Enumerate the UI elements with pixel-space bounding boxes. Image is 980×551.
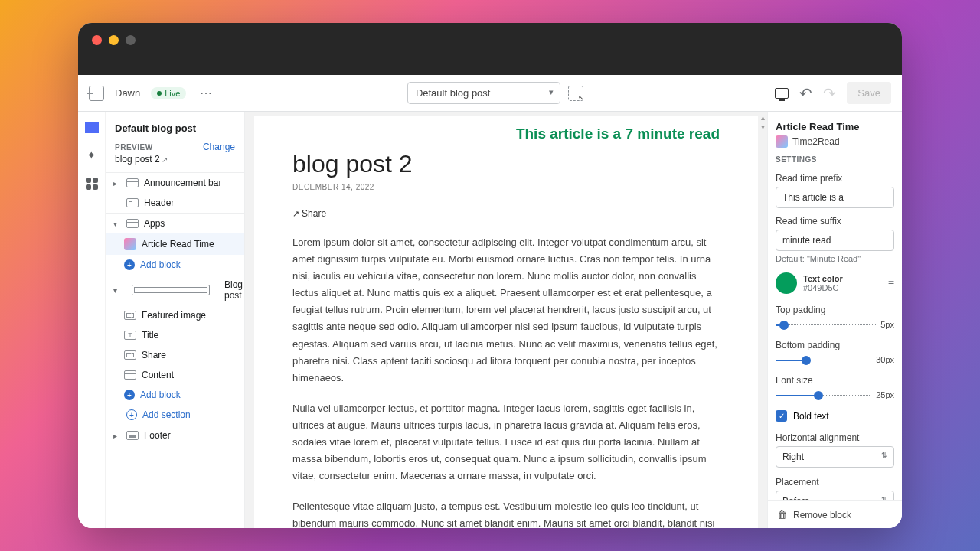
maximize-window-icon[interactable] [126,35,136,45]
read-time-display: This article is a 7 minute read [292,126,720,142]
add-block-blogpost[interactable]: +Add block [106,385,244,405]
app-badge-icon [124,238,136,250]
editor: Dawn Live ⋯ Default blog post ↶ ↷ Save ✦… [78,75,902,528]
block-featured-image[interactable]: Featured image [106,305,244,325]
section-announcement-bar[interactable]: Announcement bar [106,173,244,193]
slider-value: 30px [876,355,894,364]
add-block-label: Add block [140,390,181,400]
inspector-icon[interactable] [568,86,583,101]
slider-value: 25px [876,390,894,399]
font-size-slider[interactable]: 25px [776,389,894,401]
canvas: This article is a 7 minute read blog pos… [245,112,767,528]
block-article-read-time[interactable]: Article Read Time [106,233,244,255]
template-select[interactable]: Default blog post [407,82,560,104]
prefix-input[interactable] [776,187,894,208]
section-blog-post[interactable]: Blog post [106,275,244,305]
select-value: Right [782,452,804,462]
block-label: Featured image [142,310,206,321]
font-size-label: Font size [776,375,894,386]
suffix-label: Read time suffix [776,216,894,227]
checkbox-checked-icon: ✓ [776,410,787,422]
section-apps[interactable]: Apps [106,214,244,233]
panel-title: Default blog post [106,112,244,142]
preview-label: PREVIEW [115,143,153,152]
prefix-label: Read time prefix [776,173,894,184]
block-label: Article Read Time [142,239,214,249]
add-block-label: Add block [140,259,181,270]
section-label: Blog post [224,279,243,301]
section-label: Header [144,197,174,208]
settings-title: Article Read Time [776,121,894,132]
block-share[interactable]: Share [106,345,244,365]
section-footer[interactable]: Footer [106,425,244,445]
redo-icon: ↷ [823,84,836,103]
section-label: Announcement bar [144,178,221,188]
placement-label: Placement [776,477,894,487]
block-title[interactable]: Title [106,325,244,345]
color-scheme-icon[interactable]: ≡ [888,277,894,289]
top-padding-slider[interactable]: 5px [776,318,894,331]
main: ✦ Default blog post PREVIEW Change blog … [78,112,902,528]
exit-editor-icon[interactable] [89,86,104,101]
top-padding-label: Top padding [776,305,894,315]
plus-icon: + [124,259,135,270]
bold-label: Bold text [793,411,829,422]
change-preview-link[interactable]: Change [203,142,235,152]
titlebar [78,23,902,75]
theme-name: Dawn [115,87,140,99]
desktop-preview-icon[interactable] [775,88,789,99]
block-label: Content [142,370,174,380]
sections-panel: Default blog post PREVIEW Change blog po… [106,112,245,528]
bottom-padding-label: Bottom padding [776,340,894,350]
block-label: Share [142,350,166,360]
placement-select[interactable]: Before [776,491,894,500]
trash-icon: 🗑 [777,509,787,520]
bold-checkbox-row[interactable]: ✓Bold text [776,410,894,422]
sections-tab-icon[interactable] [85,122,99,133]
halign-label: Horizontal alignment [776,432,894,443]
more-menu-icon[interactable]: ⋯ [197,83,215,103]
save-button[interactable]: Save [847,82,891,104]
color-hex: #049D5C [803,283,882,292]
slider-value: 5px [880,320,894,329]
plus-icon: + [124,390,135,400]
canvas-scrollbar[interactable]: This article is a 7 minute read blog pos… [245,112,767,528]
settings-panel: Article Read Time Time2Read SETTINGS Rea… [767,112,902,528]
post-date: DECEMBER 14, 2022 [292,183,720,191]
post-paragraph: Pellentesque vitae aliquam justo, a temp… [292,498,720,528]
preview-title[interactable]: blog post 2 [106,152,244,172]
apps-tab-icon[interactable] [86,178,98,190]
add-section[interactable]: +Add section [106,405,244,425]
section-label: Footer [144,430,171,441]
post-paragraph: Lorem ipsum dolor sit amet, consectetur … [292,234,720,386]
app-badge-icon [776,135,788,148]
block-content[interactable]: Content [106,365,244,385]
color-label: Text color [803,274,882,283]
settings-header: SETTINGS [776,155,894,164]
undo-icon[interactable]: ↶ [799,84,812,103]
suffix-input[interactable] [776,230,894,251]
add-block-apps[interactable]: +Add block [106,255,244,275]
post-paragraph: Nulla vel ullamcorper lectus, et porttit… [292,400,720,484]
rail: ✦ [78,112,106,528]
color-swatch[interactable] [776,272,797,294]
template-select-value: Default blog post [416,87,491,99]
topbar: Dawn Live ⋯ Default blog post ↶ ↷ Save [78,75,902,112]
plus-outline-icon: + [126,409,137,420]
suffix-hint: Default: "Minute Read" [776,254,894,263]
remove-block-button[interactable]: 🗑 Remove block [768,500,902,528]
add-section-label: Add section [142,409,191,420]
live-badge: Live [151,87,186,99]
remove-block-label: Remove block [793,510,851,520]
share-link[interactable]: Share [292,208,720,219]
block-label: Title [142,330,158,341]
minimize-window-icon[interactable] [109,35,119,45]
app-window: Dawn Live ⋯ Default blog post ↶ ↷ Save ✦… [78,23,902,528]
theme-settings-tab-icon[interactable]: ✦ [87,148,96,162]
close-window-icon[interactable] [92,35,102,45]
halign-select[interactable]: Right [776,446,894,468]
bottom-padding-slider[interactable]: 30px [776,354,894,366]
section-header[interactable]: Header [106,193,244,213]
page-preview: This article is a 7 minute read blog pos… [254,116,758,528]
app-name-label: Time2Read [792,136,840,147]
